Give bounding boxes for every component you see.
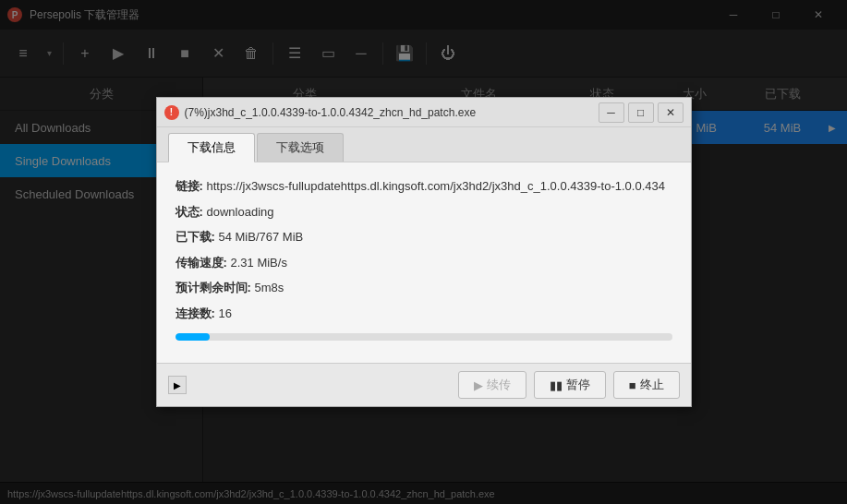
link-value: https://jx3wscs-fullupdatehttps.dl.kings…: [206, 179, 664, 193]
modal-minimize-button[interactable]: ─: [599, 102, 624, 123]
info-eta: 预计剩余时间: 5m8s: [175, 279, 672, 297]
downloaded-value: 54 MiB/767 MiB: [218, 230, 303, 244]
tab-download-options[interactable]: 下载选项: [257, 133, 344, 162]
modal-maximize-button[interactable]: □: [628, 102, 654, 123]
continue-button[interactable]: ▶ 续传: [458, 371, 526, 399]
eta-value: 5m8s: [254, 281, 284, 294]
pause-icon: ▮▮: [550, 378, 563, 392]
pause-button[interactable]: ▮▮ 暂停: [534, 371, 606, 399]
modal-overlay: ! (7%)jx3hd_c_1.0.0.4339-to-1.0.0.4342_z…: [0, 0, 847, 504]
progress-bar-container: [175, 333, 672, 341]
modal-window-controls: ─ □ ✕: [599, 102, 684, 123]
stop-button[interactable]: ■ 终止: [613, 371, 680, 399]
modal-titlebar: ! (7%)jx3hd_c_1.0.0.4339-to-1.0.0.4342_z…: [157, 98, 691, 127]
scroll-right-button[interactable]: ▶: [168, 376, 187, 394]
status-value: downloading: [206, 205, 273, 219]
modal-close-button[interactable]: ✕: [658, 102, 684, 123]
info-link: 链接: https://jx3wscs-fullupdatehttps.dl.k…: [175, 177, 672, 196]
modal-content: 链接: https://jx3wscs-fullupdatehttps.dl.k…: [157, 162, 691, 363]
downloaded-label: 已下载:: [175, 230, 215, 244]
connections-value: 16: [218, 306, 231, 320]
pause-label: 暂停: [566, 377, 590, 393]
download-detail-modal: ! (7%)jx3hd_c_1.0.0.4339-to-1.0.0.4342_z…: [156, 97, 692, 407]
continue-icon: ▶: [474, 378, 483, 392]
stop-label: 终止: [640, 377, 664, 393]
info-connections: 连接数: 16: [175, 305, 672, 323]
eta-label: 预计剩余时间:: [175, 281, 251, 294]
tab-download-info[interactable]: 下载信息: [168, 133, 255, 162]
info-status: 状态: downloading: [175, 203, 672, 222]
speed-label: 传输速度:: [175, 256, 227, 270]
info-downloaded: 已下载: 54 MiB/767 MiB: [175, 228, 672, 246]
continue-label: 续传: [487, 377, 511, 393]
modal-tabs: 下载信息 下载选项: [157, 127, 691, 162]
info-speed: 传输速度: 2.31 MiB/s: [175, 254, 672, 272]
modal-footer: ▶ ▶ 续传 ▮▮ 暂停 ■ 终止: [157, 363, 691, 406]
link-label: 链接:: [175, 179, 203, 193]
modal-icon: !: [164, 105, 179, 120]
connections-label: 连接数:: [175, 306, 215, 320]
speed-value: 2.31 MiB/s: [230, 256, 286, 270]
status-label: 状态:: [175, 205, 203, 219]
stop-icon: ■: [629, 378, 636, 392]
modal-title: (7%)jx3hd_c_1.0.0.4339-to-1.0.0.4342_zhc…: [185, 106, 599, 119]
progress-bar-fill: [175, 333, 211, 341]
